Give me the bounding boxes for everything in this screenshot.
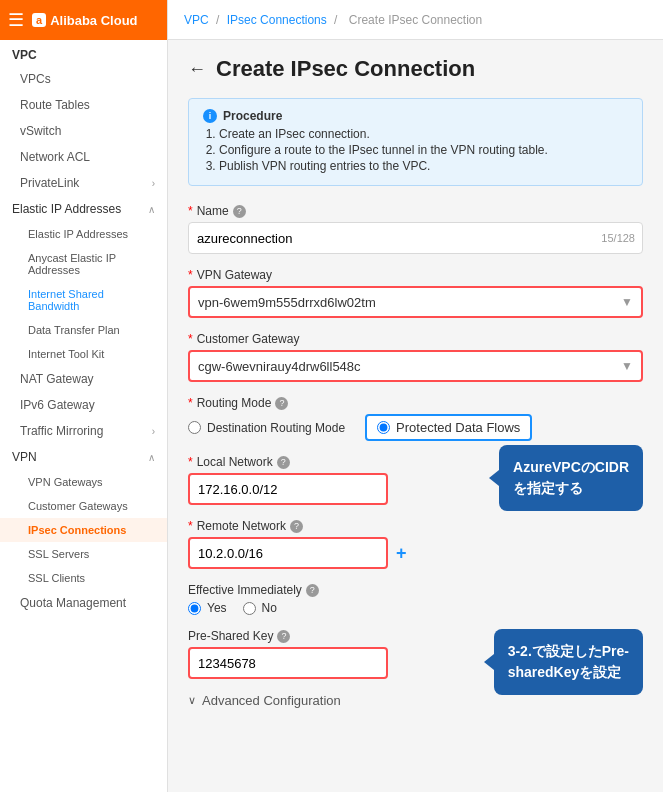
sidebar-item-elastic-ip-sub[interactable]: Elastic IP Addresses bbox=[0, 222, 167, 246]
breadcrumb: VPC / IPsec Connections / Create IPsec C… bbox=[184, 13, 486, 27]
remote-network-form-group: * Remote Network ? + bbox=[188, 519, 643, 569]
remote-network-row: + bbox=[188, 537, 643, 569]
sidebar-item-quota-management[interactable]: Quota Management bbox=[0, 590, 167, 616]
sidebar-item-data-transfer[interactable]: Data Transfer Plan bbox=[0, 318, 167, 342]
procedure-title: Procedure bbox=[223, 109, 282, 123]
sidebar-item-internet-bandwidth[interactable]: Internet Shared Bandwidth bbox=[0, 282, 167, 318]
sidebar-item-anycast-eip[interactable]: Anycast Elastic IP Addresses bbox=[0, 246, 167, 282]
main-content-area: VPC / IPsec Connections / Create IPsec C… bbox=[168, 0, 663, 792]
advanced-config-label: Advanced Configuration bbox=[202, 693, 341, 708]
effective-options: Yes No bbox=[188, 601, 643, 615]
preshared-key-section: Pre-Shared Key ? 3-2.で設定したPre- sharedKey… bbox=[188, 629, 643, 679]
preshared-key-input[interactable] bbox=[188, 647, 388, 679]
hamburger-icon[interactable]: ☰ bbox=[8, 9, 24, 31]
effective-help-icon[interactable]: ? bbox=[306, 584, 319, 597]
routing-protected-box[interactable]: Protected Data Flows bbox=[365, 414, 532, 441]
add-remote-network-button[interactable]: + bbox=[396, 543, 407, 564]
vpn-gateway-label: * VPN Gateway bbox=[188, 268, 643, 282]
chevron-up-icon: ∧ bbox=[148, 204, 155, 215]
breadcrumb-vpc[interactable]: VPC bbox=[184, 13, 209, 27]
tooltip-arrow-icon bbox=[489, 470, 499, 486]
name-help-icon[interactable]: ? bbox=[233, 205, 246, 218]
vpn-gateway-select-wrapper: vpn-6wem9m555drrxd6lw02tm ▼ bbox=[188, 286, 643, 318]
sidebar-item-ipsec-connections[interactable]: IPsec Connections bbox=[0, 518, 167, 542]
required-star: * bbox=[188, 204, 193, 218]
routing-mode-form-group: * Routing Mode ? Destination Routing Mod… bbox=[188, 396, 643, 441]
main-top-bar: VPC / IPsec Connections / Create IPsec C… bbox=[168, 0, 663, 40]
procedure-step-3: Publish VPN routing entries to the VPC. bbox=[219, 159, 628, 173]
sidebar-section-title: VPC bbox=[0, 40, 167, 66]
sidebar: ☰ a Alibaba Cloud VPC VPCs Route Tables … bbox=[0, 0, 168, 792]
top-bar: ☰ a Alibaba Cloud bbox=[0, 0, 167, 40]
page-header: ← Create IPsec Connection bbox=[188, 56, 643, 82]
page-title: Create IPsec Connection bbox=[216, 56, 475, 82]
preshared-tooltip-arrow-icon bbox=[484, 654, 494, 670]
name-label: * Name ? bbox=[188, 204, 643, 218]
customer-gateway-form-group: * Customer Gateway cgw-6wevnirauy4drw6ll… bbox=[188, 332, 643, 382]
local-network-help-icon[interactable]: ? bbox=[277, 456, 290, 469]
procedure-step-2: Configure a route to the IPsec tunnel in… bbox=[219, 143, 628, 157]
procedure-step-1: Create an IPsec connection. bbox=[219, 127, 628, 141]
chevron-down-icon: ∨ bbox=[188, 694, 196, 707]
remote-network-input[interactable] bbox=[188, 537, 388, 569]
procedure-box: i Procedure Create an IPsec connection. … bbox=[188, 98, 643, 186]
main-content: ← Create IPsec Connection i Procedure Cr… bbox=[168, 40, 663, 792]
sidebar-item-elastic-ip-parent[interactable]: Elastic IP Addresses∧ bbox=[0, 196, 167, 222]
effective-yes-option[interactable]: Yes bbox=[188, 601, 227, 615]
customer-gateway-label: * Customer Gateway bbox=[188, 332, 643, 346]
sidebar-item-route-tables[interactable]: Route Tables bbox=[0, 92, 167, 118]
routing-mode-label: * Routing Mode ? bbox=[188, 396, 643, 410]
chevron-icon: › bbox=[152, 178, 155, 189]
sidebar-item-ipv6-gateway[interactable]: IPv6 Gateway bbox=[0, 392, 167, 418]
name-form-group: * Name ? 15/128 bbox=[188, 204, 643, 254]
local-network-section: * Local Network ? AzureVPCのCIDR を指定する bbox=[188, 455, 643, 505]
vpn-gateway-form-group: * VPN Gateway vpn-6wem9m555drrxd6lw02tm … bbox=[188, 268, 643, 318]
sidebar-item-vpn-gateways[interactable]: VPN Gateways bbox=[0, 470, 167, 494]
name-input[interactable] bbox=[188, 222, 643, 254]
name-char-count: 15/128 bbox=[601, 232, 635, 244]
chevron-icon: › bbox=[152, 426, 155, 437]
customer-gateway-select[interactable]: cgw-6wevnirauy4drw6ll548c bbox=[188, 350, 643, 382]
preshared-key-help-icon[interactable]: ? bbox=[277, 630, 290, 643]
sidebar-item-private-link[interactable]: PrivateLink› bbox=[0, 170, 167, 196]
azure-cidr-tooltip: AzureVPCのCIDR を指定する bbox=[499, 445, 643, 511]
sidebar-item-vpn-parent[interactable]: VPN∧ bbox=[0, 444, 167, 470]
local-network-input[interactable] bbox=[188, 473, 388, 505]
routing-destination-radio[interactable] bbox=[188, 421, 201, 434]
sidebar-item-customer-gateways[interactable]: Customer Gateways bbox=[0, 494, 167, 518]
procedure-steps: Create an IPsec connection. Configure a … bbox=[203, 127, 628, 173]
routing-mode-options: Destination Routing Mode Protected Data … bbox=[188, 414, 643, 441]
effective-no-option[interactable]: No bbox=[243, 601, 277, 615]
sidebar-item-vswitch[interactable]: vSwitch bbox=[0, 118, 167, 144]
info-icon: i bbox=[203, 109, 217, 123]
sidebar-item-ssl-clients[interactable]: SSL Clients bbox=[0, 566, 167, 590]
effective-form-group: Effective Immediately ? Yes No bbox=[188, 583, 643, 615]
breadcrumb-ipsec[interactable]: IPsec Connections bbox=[227, 13, 327, 27]
remote-network-label: * Remote Network ? bbox=[188, 519, 643, 533]
brand-logo: a Alibaba Cloud bbox=[32, 13, 138, 28]
vpn-gateway-select[interactable]: vpn-6wem9m555drrxd6lw02tm bbox=[188, 286, 643, 318]
routing-protected-radio[interactable] bbox=[377, 421, 390, 434]
name-input-wrapper: 15/128 bbox=[188, 222, 643, 254]
routing-mode-help-icon[interactable]: ? bbox=[275, 397, 288, 410]
sidebar-item-network-acl[interactable]: Network ACL bbox=[0, 144, 167, 170]
sidebar-item-vpcs[interactable]: VPCs bbox=[0, 66, 167, 92]
sidebar-item-internet-tool[interactable]: Internet Tool Kit bbox=[0, 342, 167, 366]
breadcrumb-current: Create IPsec Connection bbox=[349, 13, 482, 27]
routing-destination-option[interactable]: Destination Routing Mode bbox=[188, 421, 345, 435]
effective-no-radio[interactable] bbox=[243, 602, 256, 615]
customer-gateway-select-wrapper: cgw-6wevnirauy4drw6ll548c ▼ bbox=[188, 350, 643, 382]
preshared-key-tooltip: 3-2.で設定したPre- sharedKeyを設定 bbox=[494, 629, 643, 695]
effective-yes-radio[interactable] bbox=[188, 602, 201, 615]
advanced-config-section[interactable]: ∨ Advanced Configuration bbox=[188, 693, 643, 708]
sidebar-item-ssl-servers[interactable]: SSL Servers bbox=[0, 542, 167, 566]
back-arrow-icon[interactable]: ← bbox=[188, 59, 206, 80]
sidebar-item-traffic-mirroring[interactable]: Traffic Mirroring› bbox=[0, 418, 167, 444]
remote-network-help-icon[interactable]: ? bbox=[290, 520, 303, 533]
logo-icon: a bbox=[32, 13, 46, 27]
brand-name: Alibaba Cloud bbox=[50, 13, 137, 28]
effective-label: Effective Immediately ? bbox=[188, 583, 643, 597]
chevron-up-icon: ∧ bbox=[148, 452, 155, 463]
sidebar-item-nat-gateway[interactable]: NAT Gateway bbox=[0, 366, 167, 392]
